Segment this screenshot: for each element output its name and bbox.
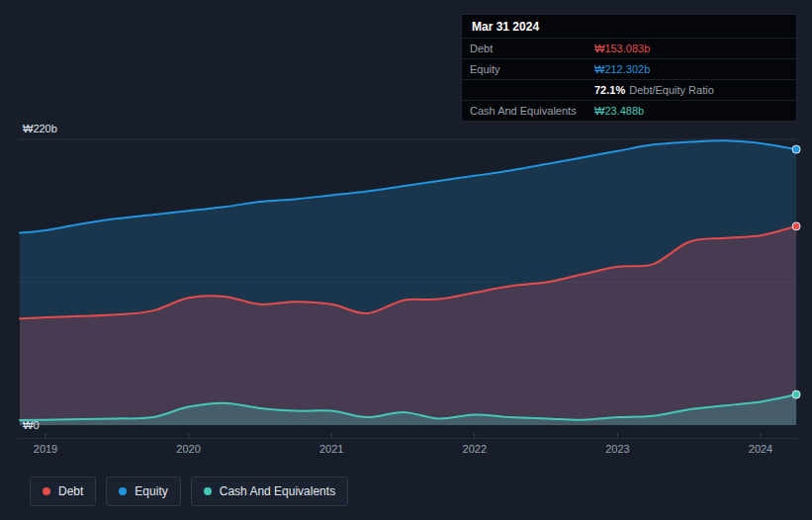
- tooltip-row-ratio: 72.1%Debt/Equity Ratio: [462, 79, 796, 100]
- ratio-percent: 72.1%: [594, 84, 625, 96]
- tooltip: Mar 31 2024 Debt ₩153.083b Equity ₩212.3…: [461, 14, 797, 122]
- x-tick-label: 2024: [749, 443, 772, 455]
- legend-item-debt[interactable]: Debt: [30, 477, 96, 506]
- y-axis-label-zero: ₩0: [23, 419, 40, 431]
- legend-item-cash[interactable]: Cash And Equivalents: [191, 477, 348, 506]
- equity-legend-dot-icon: [119, 487, 127, 495]
- legend-label-debt: Debt: [58, 484, 83, 498]
- x-tick-label: 2019: [34, 443, 57, 455]
- debt-end-dot[interactable]: [792, 222, 800, 230]
- legend-label-cash: Cash And Equivalents: [220, 484, 335, 498]
- tooltip-row-debt: Debt ₩153.083b: [462, 38, 796, 58]
- legend-label-equity: Equity: [135, 484, 167, 498]
- tooltip-cash-value: ₩23.488b: [594, 105, 644, 117]
- tooltip-debt-label: Debt: [470, 43, 594, 54]
- ratio-label: Debt/Equity Ratio: [629, 84, 714, 96]
- tooltip-row-cash: Cash And Equivalents ₩23.488b: [462, 100, 796, 121]
- x-axis: 201920202021202220232024: [0, 443, 812, 459]
- y-axis-label-top: ₩220b: [23, 123, 57, 134]
- tooltip-date: Mar 31 2024: [462, 15, 796, 38]
- debt-legend-dot-icon: [43, 487, 50, 495]
- x-tick-label: 2021: [319, 443, 343, 455]
- tooltip-equity-label: Equity: [470, 63, 594, 75]
- tooltip-row-equity: Equity ₩212.302b: [462, 58, 796, 79]
- cash-end-dot[interactable]: [792, 390, 800, 398]
- debt-equity-history-chart: ₩220b ₩0 201920202021202220232024 Mar 31…: [0, 0, 812, 520]
- legend-item-equity[interactable]: Equity: [106, 477, 180, 506]
- tooltip-debt-value: ₩153.083b: [594, 43, 650, 54]
- tooltip-equity-value: ₩212.302b: [594, 63, 650, 75]
- tooltip-ratio-value: 72.1%Debt/Equity Ratio: [594, 84, 714, 96]
- equity-end-dot[interactable]: [792, 145, 800, 153]
- cash-legend-dot-icon: [204, 487, 212, 495]
- tooltip-cash-label: Cash And Equivalents: [470, 105, 594, 117]
- x-tick-label: 2023: [605, 443, 629, 455]
- x-tick-label: 2020: [176, 443, 200, 455]
- legend: Debt Equity Cash And Equivalents: [30, 477, 348, 506]
- x-tick-label: 2022: [463, 443, 487, 455]
